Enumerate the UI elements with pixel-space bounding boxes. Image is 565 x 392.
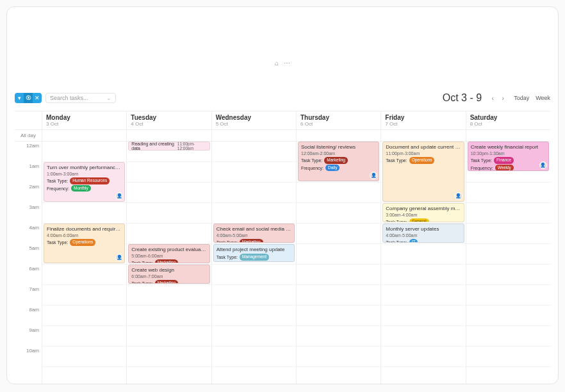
next-button[interactable]: › <box>498 94 507 102</box>
event[interactable]: Document and update current SOPs 11:00pm… <box>382 142 464 202</box>
avatar: 👤 <box>539 161 547 169</box>
filter-icon[interactable]: ▾ <box>15 93 24 103</box>
event[interactable]: Turn over monthly performance management… <box>44 162 125 202</box>
day-col-wed[interactable]: Check email and social media platforms 4… <box>211 142 296 384</box>
close-icon[interactable]: ✕ <box>33 93 42 103</box>
topbar: ▾ ⦿ ✕ Search tasks... ⌄ ⌂ ⋯ Oct 3 - 9 ‹ … <box>15 60 550 98</box>
allday-row: All day <box>15 130 550 142</box>
day-header[interactable]: Monday3 Oct <box>42 111 126 129</box>
event-thin[interactable]: Reading and creating data11:00pm-12:00am <box>128 142 209 151</box>
day-headers: Monday3 Oct Tuesday4 Oct Wednesday5 Oct … <box>15 111 550 130</box>
day-col-fri[interactable]: Document and update current SOPs 11:00pm… <box>381 142 465 384</box>
event[interactable]: Monthly server updates 4:00am-5:00am Tas… <box>382 224 464 243</box>
view-selector[interactable]: Week <box>536 95 550 101</box>
search-input[interactable]: Search tasks... ⌄ <box>45 93 116 103</box>
calendar-grid: Monday3 Oct Tuesday4 Oct Wednesday5 Oct … <box>15 111 550 384</box>
calendar-app: ▾ ⦿ ✕ Search tasks... ⌄ ⌂ ⋯ Oct 3 - 9 ‹ … <box>6 6 559 384</box>
home-icon[interactable]: ⌂ <box>275 60 279 67</box>
event[interactable]: Attend project meeting update Task Type:… <box>213 244 295 262</box>
allday-label: All day <box>15 130 42 141</box>
event[interactable]: Check email and social media platforms 4… <box>213 224 295 243</box>
day-col-tue[interactable]: Reading and creating data11:00pm-12:00am… <box>126 142 211 384</box>
view-toggle-group: ▾ ⦿ ✕ <box>15 93 42 103</box>
time-gutter: 12am1am2am3am4am5am6am7am8am9am10am <box>15 142 42 384</box>
event[interactable]: Create weekly financial report 10:30pm-1… <box>468 142 549 171</box>
event[interactable]: Create existing product evaluation repor… <box>128 244 209 263</box>
event[interactable]: Create web design 6:00am-7:00am Task Typ… <box>128 265 209 284</box>
day-header[interactable]: Wednesday5 Oct <box>211 111 296 129</box>
avatar: 👤 <box>455 192 463 200</box>
event[interactable]: Company general assembly meeting 3:00am-… <box>382 203 464 222</box>
day-header[interactable]: Friday7 Oct <box>381 111 465 129</box>
event[interactable]: Social listening/ reviews 12:00am-2:00am… <box>298 142 379 181</box>
event[interactable]: Finalize documents and requirements for … <box>44 224 125 263</box>
day-header[interactable]: Saturday8 Oct <box>466 111 550 129</box>
search-placeholder: Search tasks... <box>50 95 88 101</box>
day-col-sat[interactable]: Create weekly financial report 10:30pm-1… <box>466 142 550 384</box>
avatar: 👤 <box>370 172 377 179</box>
day-col-thu[interactable]: Social listening/ reviews 12:00am-2:00am… <box>296 142 381 384</box>
today-button[interactable]: Today <box>514 95 529 101</box>
date-range: Oct 3 - 9 <box>443 92 482 104</box>
chevron-down-icon: ⌄ <box>106 95 111 101</box>
day-col-mon[interactable]: Turn over monthly performance management… <box>42 142 126 384</box>
avatar: 👤 <box>115 192 123 200</box>
toggle-icon[interactable]: ⦿ <box>24 93 33 103</box>
day-header[interactable]: Tuesday4 Oct <box>126 111 211 129</box>
day-header[interactable]: Thursday6 Oct <box>296 111 381 129</box>
prev-button[interactable]: ‹ <box>488 94 497 102</box>
avatar: 👤 <box>115 254 123 261</box>
more-icon[interactable]: ⋯ <box>284 60 290 67</box>
